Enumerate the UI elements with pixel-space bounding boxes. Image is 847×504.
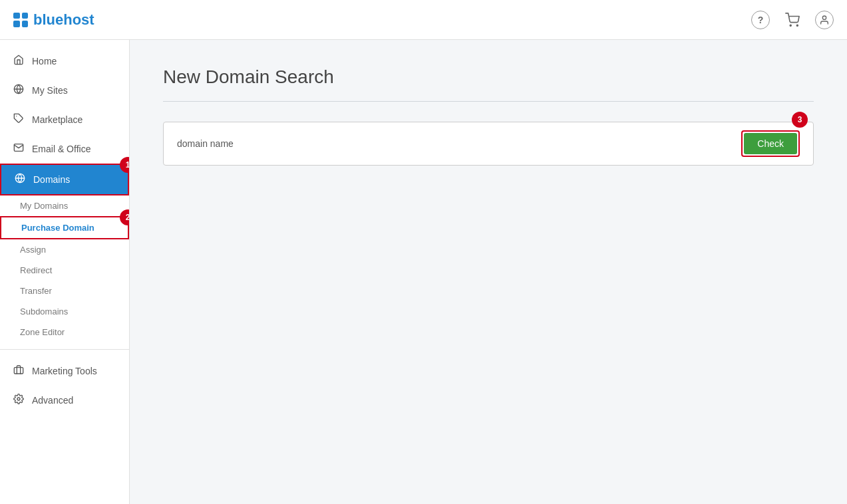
app-header: bluehost ? — [0, 0, 847, 40]
cart-icon[interactable] — [783, 11, 802, 29]
check-button-border: Check — [741, 130, 800, 157]
submenu-subdomains[interactable]: Subdomains — [0, 301, 129, 322]
sidebar-item-marketplace[interactable]: Marketplace — [0, 105, 129, 134]
domains-submenu: My Domains Purchase Domain 2 Assign Redi… — [0, 195, 129, 342]
domain-name-label: domain name — [177, 138, 234, 149]
sidebar-label-marketing-tools: Marketing Tools — [32, 366, 97, 376]
annotation-bubble-3: 3 — [792, 112, 808, 128]
sidebar-item-domains-wrapper: Domains 1 — [0, 164, 129, 195]
sidebar-item-home[interactable]: Home — [0, 47, 129, 76]
header-icons: ? — [751, 11, 834, 29]
domain-search-container: domain name Check 3 — [163, 122, 814, 166]
sidebar-label-home: Home — [32, 56, 57, 66]
sidebar-label-my-sites: My Sites — [32, 85, 68, 96]
sidebar-label-advanced: Advanced — [32, 395, 73, 406]
help-icon[interactable]: ? — [751, 11, 770, 29]
submenu-zone-editor[interactable]: Zone Editor — [0, 322, 129, 342]
user-icon[interactable] — [815, 11, 834, 29]
svg-rect-7 — [14, 368, 23, 374]
envelope-icon — [12, 142, 25, 156]
sidebar-label-marketplace: Marketplace — [32, 114, 83, 125]
home-icon — [12, 55, 25, 68]
sidebar-divider — [0, 349, 129, 350]
submenu-transfer[interactable]: Transfer — [0, 281, 129, 301]
app-layout: Home My Sites Marketplace — [0, 40, 847, 504]
svg-point-0 — [790, 25, 791, 26]
logo-text: bluehost — [33, 11, 94, 29]
submenu-my-domains[interactable]: My Domains — [0, 195, 129, 216]
sidebar-item-domains[interactable]: Domains — [0, 164, 129, 195]
logo-area: bluehost — [13, 11, 751, 29]
briefcase-icon — [12, 364, 25, 378]
submenu-purchase-domain[interactable]: Purchase Domain — [0, 216, 129, 239]
check-button[interactable]: Check — [744, 133, 797, 154]
sidebar-label-domains: Domains — [33, 174, 70, 185]
sidebar-item-marketing-tools[interactable]: Marketing Tools — [0, 356, 129, 386]
wordpress-icon — [12, 84, 25, 97]
submenu-assign[interactable]: Assign — [0, 239, 129, 260]
globe-icon — [13, 173, 27, 186]
sidebar-item-email-office[interactable]: Email & Office — [0, 134, 129, 164]
sidebar: Home My Sites Marketplace — [0, 40, 130, 504]
logo-grid-icon — [13, 13, 28, 27]
sidebar-item-advanced[interactable]: Advanced — [0, 386, 129, 415]
title-divider — [163, 101, 814, 102]
submenu-purchase-domain-wrapper: Purchase Domain 2 — [0, 216, 129, 239]
submenu-redirect[interactable]: Redirect — [0, 260, 129, 281]
sidebar-label-email-office: Email & Office — [32, 144, 90, 154]
domain-name-input[interactable] — [244, 138, 731, 149]
svg-point-8 — [17, 398, 20, 400]
page-title: New Domain Search — [163, 66, 814, 88]
tag-icon — [12, 113, 25, 126]
sidebar-item-my-sites[interactable]: My Sites — [0, 76, 129, 105]
check-button-wrapper: Check 3 — [741, 130, 800, 157]
svg-point-1 — [796, 25, 798, 26]
svg-point-2 — [822, 16, 826, 19]
main-content: New Domain Search domain name Check 3 — [130, 40, 847, 504]
cog-icon — [12, 394, 25, 407]
